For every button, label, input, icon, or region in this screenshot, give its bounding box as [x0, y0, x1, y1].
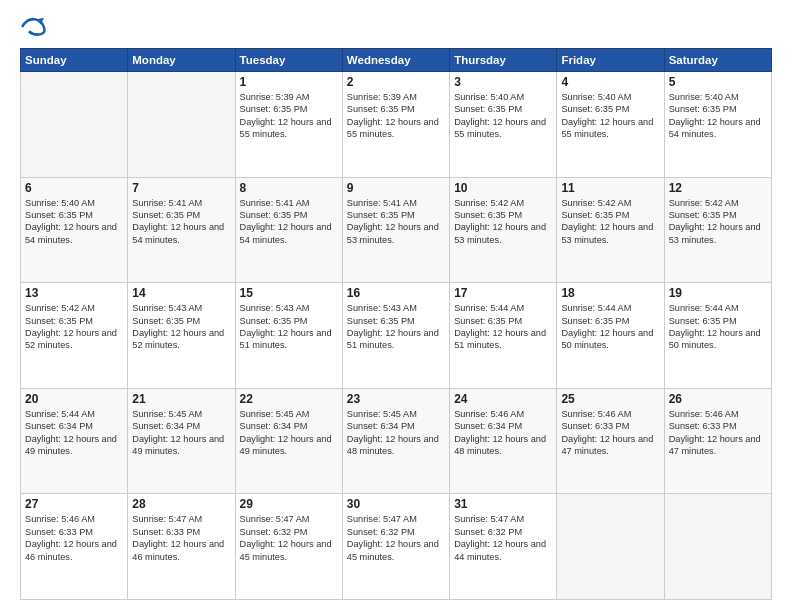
day-number: 6 [25, 181, 123, 195]
calendar-cell: 26Sunrise: 5:46 AM Sunset: 6:33 PM Dayli… [664, 388, 771, 494]
day-number: 2 [347, 75, 445, 89]
cell-content: Sunrise: 5:47 AM Sunset: 6:32 PM Dayligh… [454, 513, 552, 563]
cell-content: Sunrise: 5:45 AM Sunset: 6:34 PM Dayligh… [132, 408, 230, 458]
calendar-table: SundayMondayTuesdayWednesdayThursdayFrid… [20, 48, 772, 600]
day-number: 7 [132, 181, 230, 195]
page: SundayMondayTuesdayWednesdayThursdayFrid… [0, 0, 792, 612]
calendar-cell: 27Sunrise: 5:46 AM Sunset: 6:33 PM Dayli… [21, 494, 128, 600]
day-number: 15 [240, 286, 338, 300]
day-number: 12 [669, 181, 767, 195]
cell-content: Sunrise: 5:42 AM Sunset: 6:35 PM Dayligh… [25, 302, 123, 352]
weekday-header-friday: Friday [557, 49, 664, 72]
day-number: 30 [347, 497, 445, 511]
cell-content: Sunrise: 5:40 AM Sunset: 6:35 PM Dayligh… [561, 91, 659, 141]
day-number: 9 [347, 181, 445, 195]
day-number: 26 [669, 392, 767, 406]
week-row-1: 1Sunrise: 5:39 AM Sunset: 6:35 PM Daylig… [21, 72, 772, 178]
day-number: 14 [132, 286, 230, 300]
calendar-cell: 11Sunrise: 5:42 AM Sunset: 6:35 PM Dayli… [557, 177, 664, 283]
weekday-header-monday: Monday [128, 49, 235, 72]
day-number: 1 [240, 75, 338, 89]
cell-content: Sunrise: 5:46 AM Sunset: 6:33 PM Dayligh… [561, 408, 659, 458]
calendar-cell: 1Sunrise: 5:39 AM Sunset: 6:35 PM Daylig… [235, 72, 342, 178]
calendar-cell: 10Sunrise: 5:42 AM Sunset: 6:35 PM Dayli… [450, 177, 557, 283]
week-row-5: 27Sunrise: 5:46 AM Sunset: 6:33 PM Dayli… [21, 494, 772, 600]
calendar-cell: 7Sunrise: 5:41 AM Sunset: 6:35 PM Daylig… [128, 177, 235, 283]
cell-content: Sunrise: 5:41 AM Sunset: 6:35 PM Dayligh… [347, 197, 445, 247]
weekday-header-wednesday: Wednesday [342, 49, 449, 72]
calendar-cell: 2Sunrise: 5:39 AM Sunset: 6:35 PM Daylig… [342, 72, 449, 178]
day-number: 18 [561, 286, 659, 300]
calendar-cell: 3Sunrise: 5:40 AM Sunset: 6:35 PM Daylig… [450, 72, 557, 178]
weekday-header-saturday: Saturday [664, 49, 771, 72]
weekday-header-sunday: Sunday [21, 49, 128, 72]
header [20, 16, 772, 38]
calendar-cell [664, 494, 771, 600]
cell-content: Sunrise: 5:39 AM Sunset: 6:35 PM Dayligh… [347, 91, 445, 141]
calendar-cell: 30Sunrise: 5:47 AM Sunset: 6:32 PM Dayli… [342, 494, 449, 600]
day-number: 29 [240, 497, 338, 511]
calendar-cell: 13Sunrise: 5:42 AM Sunset: 6:35 PM Dayli… [21, 283, 128, 389]
cell-content: Sunrise: 5:42 AM Sunset: 6:35 PM Dayligh… [561, 197, 659, 247]
day-number: 23 [347, 392, 445, 406]
day-number: 25 [561, 392, 659, 406]
cell-content: Sunrise: 5:40 AM Sunset: 6:35 PM Dayligh… [25, 197, 123, 247]
calendar-cell: 12Sunrise: 5:42 AM Sunset: 6:35 PM Dayli… [664, 177, 771, 283]
cell-content: Sunrise: 5:39 AM Sunset: 6:35 PM Dayligh… [240, 91, 338, 141]
calendar-cell: 15Sunrise: 5:43 AM Sunset: 6:35 PM Dayli… [235, 283, 342, 389]
cell-content: Sunrise: 5:41 AM Sunset: 6:35 PM Dayligh… [240, 197, 338, 247]
calendar-cell: 21Sunrise: 5:45 AM Sunset: 6:34 PM Dayli… [128, 388, 235, 494]
cell-content: Sunrise: 5:45 AM Sunset: 6:34 PM Dayligh… [240, 408, 338, 458]
cell-content: Sunrise: 5:44 AM Sunset: 6:35 PM Dayligh… [454, 302, 552, 352]
logo [20, 16, 52, 38]
calendar-cell: 14Sunrise: 5:43 AM Sunset: 6:35 PM Dayli… [128, 283, 235, 389]
calendar-cell: 29Sunrise: 5:47 AM Sunset: 6:32 PM Dayli… [235, 494, 342, 600]
day-number: 8 [240, 181, 338, 195]
day-number: 16 [347, 286, 445, 300]
cell-content: Sunrise: 5:47 AM Sunset: 6:32 PM Dayligh… [240, 513, 338, 563]
cell-content: Sunrise: 5:47 AM Sunset: 6:33 PM Dayligh… [132, 513, 230, 563]
day-number: 28 [132, 497, 230, 511]
calendar-cell [21, 72, 128, 178]
day-number: 19 [669, 286, 767, 300]
cell-content: Sunrise: 5:46 AM Sunset: 6:33 PM Dayligh… [669, 408, 767, 458]
cell-content: Sunrise: 5:44 AM Sunset: 6:35 PM Dayligh… [561, 302, 659, 352]
weekday-header-thursday: Thursday [450, 49, 557, 72]
calendar-cell: 8Sunrise: 5:41 AM Sunset: 6:35 PM Daylig… [235, 177, 342, 283]
calendar-cell: 16Sunrise: 5:43 AM Sunset: 6:35 PM Dayli… [342, 283, 449, 389]
calendar-cell: 22Sunrise: 5:45 AM Sunset: 6:34 PM Dayli… [235, 388, 342, 494]
day-number: 10 [454, 181, 552, 195]
week-row-3: 13Sunrise: 5:42 AM Sunset: 6:35 PM Dayli… [21, 283, 772, 389]
weekday-header-row: SundayMondayTuesdayWednesdayThursdayFrid… [21, 49, 772, 72]
calendar-cell: 6Sunrise: 5:40 AM Sunset: 6:35 PM Daylig… [21, 177, 128, 283]
cell-content: Sunrise: 5:43 AM Sunset: 6:35 PM Dayligh… [240, 302, 338, 352]
calendar-cell: 5Sunrise: 5:40 AM Sunset: 6:35 PM Daylig… [664, 72, 771, 178]
week-row-4: 20Sunrise: 5:44 AM Sunset: 6:34 PM Dayli… [21, 388, 772, 494]
day-number: 21 [132, 392, 230, 406]
cell-content: Sunrise: 5:43 AM Sunset: 6:35 PM Dayligh… [132, 302, 230, 352]
day-number: 5 [669, 75, 767, 89]
day-number: 3 [454, 75, 552, 89]
calendar-cell: 9Sunrise: 5:41 AM Sunset: 6:35 PM Daylig… [342, 177, 449, 283]
cell-content: Sunrise: 5:44 AM Sunset: 6:34 PM Dayligh… [25, 408, 123, 458]
day-number: 20 [25, 392, 123, 406]
logo-icon [20, 16, 48, 38]
cell-content: Sunrise: 5:43 AM Sunset: 6:35 PM Dayligh… [347, 302, 445, 352]
day-number: 13 [25, 286, 123, 300]
calendar-cell: 24Sunrise: 5:46 AM Sunset: 6:34 PM Dayli… [450, 388, 557, 494]
calendar-cell: 4Sunrise: 5:40 AM Sunset: 6:35 PM Daylig… [557, 72, 664, 178]
cell-content: Sunrise: 5:44 AM Sunset: 6:35 PM Dayligh… [669, 302, 767, 352]
calendar-cell [557, 494, 664, 600]
week-row-2: 6Sunrise: 5:40 AM Sunset: 6:35 PM Daylig… [21, 177, 772, 283]
day-number: 4 [561, 75, 659, 89]
day-number: 22 [240, 392, 338, 406]
day-number: 24 [454, 392, 552, 406]
cell-content: Sunrise: 5:47 AM Sunset: 6:32 PM Dayligh… [347, 513, 445, 563]
cell-content: Sunrise: 5:40 AM Sunset: 6:35 PM Dayligh… [454, 91, 552, 141]
calendar-cell: 20Sunrise: 5:44 AM Sunset: 6:34 PM Dayli… [21, 388, 128, 494]
calendar-cell: 31Sunrise: 5:47 AM Sunset: 6:32 PM Dayli… [450, 494, 557, 600]
cell-content: Sunrise: 5:42 AM Sunset: 6:35 PM Dayligh… [454, 197, 552, 247]
weekday-header-tuesday: Tuesday [235, 49, 342, 72]
day-number: 11 [561, 181, 659, 195]
cell-content: Sunrise: 5:45 AM Sunset: 6:34 PM Dayligh… [347, 408, 445, 458]
